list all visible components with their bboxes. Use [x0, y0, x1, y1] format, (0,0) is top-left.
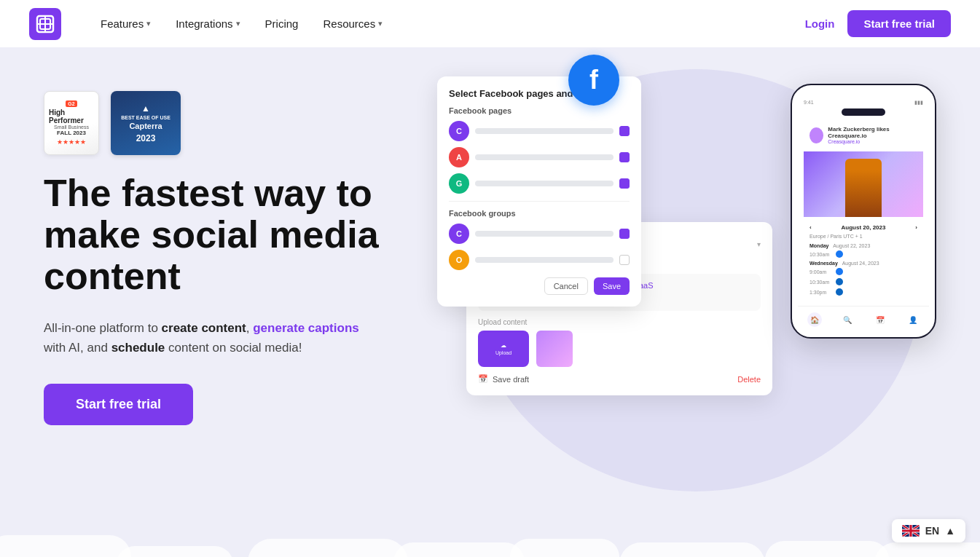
fb-group-bar-2	[475, 257, 614, 263]
mobile-sched-item-4: 1:30pm	[810, 288, 917, 296]
nav-pricing-label: Pricing	[265, 17, 299, 30]
upload-button[interactable]: ☁ Upload	[478, 331, 529, 367]
navbar: Features ▾ Integrations ▾ Pricing Resour…	[0, 0, 980, 47]
mobile-avatar	[810, 127, 823, 143]
cloud-2	[117, 546, 233, 557]
mobile-profile-sub: Creasquare.io	[828, 139, 917, 144]
fb-page-avatar-1: C	[449, 121, 469, 141]
mobile-image	[804, 151, 923, 217]
fb-group-avatar-2: O	[449, 250, 469, 270]
g2-title: High Performer	[49, 108, 94, 125]
upload-btn-label: Upload	[495, 350, 511, 355]
fb-save-button[interactable]: Save	[594, 277, 630, 295]
resources-chevron-icon: ▾	[378, 19, 383, 28]
features-chevron-icon: ▾	[146, 19, 151, 28]
nav-right: Login Start free trial	[805, 10, 951, 37]
g2-label: G2	[66, 100, 77, 107]
g2-category: Small Business	[54, 125, 89, 130]
fb-page-1: C	[449, 121, 630, 141]
hero-cta-button[interactable]: Start free trial	[44, 384, 193, 425]
upload-preview	[536, 331, 573, 367]
sub-text-3: content on social media!	[165, 341, 302, 355]
upload-cloud-icon: ☁	[501, 342, 506, 349]
mobile-profile: Mark Zuckerberg likes Creasquare.io Crea…	[804, 123, 923, 147]
fb-groups-label: Facebook groups	[449, 209, 630, 218]
facebook-sched-icon	[836, 250, 843, 258]
mobile-status-bar: 9:41 ▮▮▮	[798, 100, 929, 106]
mobile-nav-calendar[interactable]: 📅	[873, 312, 887, 327]
fb-group-check-2[interactable]	[619, 255, 630, 265]
nav-features-label: Features	[101, 17, 144, 30]
facebook-sched-icon-2	[836, 268, 843, 275]
save-draft-label[interactable]: Save draft	[493, 375, 529, 384]
linkedin-sched-icon	[836, 278, 843, 285]
fb-page-2: A	[449, 147, 630, 167]
sub-text-1: All-in-one platform to	[44, 321, 162, 335]
mobile-day-monday: Monday August 22, 2023	[810, 243, 917, 248]
mobile-content: Mark Zuckerberg likes Creasquare.io Crea…	[798, 123, 929, 301]
hero-section: G2 High Performer Small Business FALL 20…	[0, 47, 980, 557]
mobile-profile-name: Mark Zuckerberg likes Creasquare.io	[828, 126, 917, 139]
linkedin-sched-icon-2	[836, 288, 843, 296]
mobile-time-1: 10:30am	[810, 252, 833, 257]
mobile-nav-search[interactable]: 🔍	[840, 312, 855, 327]
upload-label: Upload content	[478, 318, 761, 326]
mobile-time: 9:41	[804, 100, 814, 106]
mobile-time-3: 10:30am	[810, 280, 833, 285]
nav-features[interactable]: Features ▾	[90, 12, 161, 36]
save-draft-area: 📅 Save draft	[478, 374, 529, 384]
fb-page-bar-3	[475, 181, 614, 186]
capterra-top: BEST EASE OF USE	[121, 115, 170, 120]
login-link[interactable]: Login	[805, 17, 835, 30]
fb-group-2: O	[449, 250, 630, 270]
nav-cta-button[interactable]: Start free trial	[847, 10, 951, 37]
fb-cancel-button[interactable]: Cancel	[544, 277, 588, 295]
mobile-nav-home[interactable]: 🏠	[807, 312, 822, 327]
nav-resources-label: Resources	[323, 17, 375, 30]
mobile-bottom-nav: 🏠 🔍 📅 👤	[798, 306, 929, 330]
sub-text-2: with AI, and	[44, 341, 111, 355]
fb-group-1: C	[449, 224, 630, 244]
fb-page-bar-1	[475, 128, 614, 134]
logo[interactable]	[29, 8, 61, 40]
nav-pricing[interactable]: Pricing	[255, 12, 309, 36]
sub-highlight-3: schedule	[111, 341, 165, 355]
cal-next-icon[interactable]: ›	[915, 224, 917, 231]
language-chevron-icon: ▲	[945, 525, 955, 537]
fb-group-check-1[interactable]	[619, 229, 630, 239]
facebook-pages-panel: Select Facebook pages and groups Faceboo…	[437, 76, 641, 307]
mobile-sched-item-3: 10:30am	[810, 278, 917, 285]
mobile-day-wednesday: Wednesday August 24, 2023	[810, 261, 917, 266]
hero-heading: The fastest way to make social media con…	[44, 173, 423, 298]
mobile-mockup: 9:41 ▮▮▮ Mark Zuckerberg likes Creasquar…	[791, 84, 936, 339]
mobile-cal-header: ‹ August 20, 2023 ›	[810, 224, 917, 231]
delete-button[interactable]: Delete	[737, 375, 761, 384]
fb-page-check-2[interactable]	[619, 152, 630, 162]
fb-divider	[449, 201, 630, 202]
mobile-timezone: Europe / Paris UTC + 1	[810, 234, 917, 239]
cal-prev-icon[interactable]: ‹	[810, 224, 812, 231]
language-selector[interactable]: EN ▲	[892, 519, 965, 542]
fb-page-avatar-2: A	[449, 147, 469, 167]
fb-page-check-3[interactable]	[619, 178, 630, 189]
mobile-icons: ▮▮▮	[914, 100, 923, 106]
fb-page-bar-2	[475, 154, 614, 160]
fb-page-3: G	[449, 173, 630, 194]
integrations-chevron-icon: ▾	[236, 19, 240, 28]
fb-page-avatar-3: G	[449, 173, 469, 194]
mobile-nav-user[interactable]: 👤	[906, 312, 920, 327]
nav-integrations[interactable]: Integrations ▾	[165, 12, 250, 36]
nav-links: Features ▾ Integrations ▾ Pricing Resour…	[90, 12, 805, 36]
mobile-person-silhouette	[845, 159, 882, 217]
language-code: EN	[925, 525, 939, 537]
sub-highlight-1: create content	[162, 321, 246, 335]
nav-resources[interactable]: Resources ▾	[313, 12, 393, 36]
fb-page-check-1[interactable]	[619, 126, 630, 136]
mobile-time-4: 1:30pm	[810, 290, 833, 295]
fb-group-bar-1	[475, 231, 614, 237]
post-footer: 📅 Save draft Delete	[478, 374, 761, 384]
fb-panel-footer: Cancel Save	[449, 277, 630, 295]
mobile-sched-item-2: 9:00am	[810, 268, 917, 275]
trust-badges: G2 High Performer Small Business FALL 20…	[44, 91, 423, 155]
calendar-icon: 📅	[478, 374, 488, 384]
